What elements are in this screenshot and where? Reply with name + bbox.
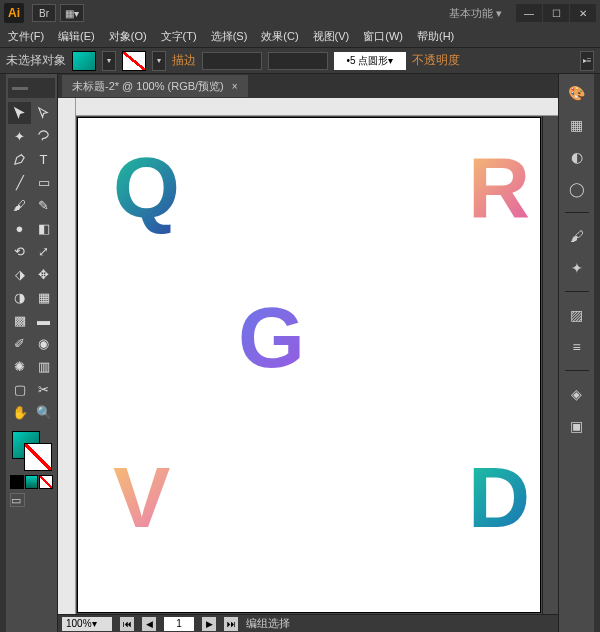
menu-edit[interactable]: 编辑(E) <box>58 29 95 44</box>
swatches-panel-icon[interactable]: ▦ <box>566 114 588 136</box>
fill-stroke-control[interactable] <box>8 429 55 473</box>
selection-tool[interactable] <box>8 102 31 124</box>
eraser-tool[interactable]: ◧ <box>32 217 55 239</box>
selection-label: 未选择对象 <box>6 52 66 69</box>
align-panel-icon[interactable]: ≡ <box>566 336 588 358</box>
blob-brush-tool[interactable]: ● <box>8 217 31 239</box>
zoom-tool[interactable]: 🔍 <box>32 401 55 423</box>
brush-definition[interactable]: • 5 点圆形 ▾ <box>334 52 406 70</box>
stroke-weight[interactable] <box>202 52 262 70</box>
maximize-button[interactable]: ☐ <box>543 4 569 22</box>
symbols-panel-icon[interactable]: ✦ <box>566 257 588 279</box>
titlebar: Ai Br ▦▾ 基本功能 ▾ — ☐ ✕ <box>0 0 600 26</box>
eyedropper-tool[interactable]: ✐ <box>8 332 31 354</box>
menu-window[interactable]: 窗口(W) <box>363 29 403 44</box>
slice-tool[interactable]: ✂ <box>32 378 55 400</box>
document-tab[interactable]: 未标题-2* @ 100% (RGB/预览)× <box>62 75 248 97</box>
toolbox-grip[interactable] <box>8 78 55 98</box>
width-tool[interactable]: ⬗ <box>8 263 31 285</box>
symbol-sprayer-tool[interactable]: ✺ <box>8 355 31 377</box>
fill-dropdown[interactable]: ▾ <box>102 51 116 71</box>
artboard[interactable]: Q R G V D <box>78 118 540 612</box>
prev-page[interactable]: ◀ <box>142 617 156 631</box>
rectangle-tool[interactable]: ▭ <box>32 171 55 193</box>
pencil-tool[interactable]: ✎ <box>32 194 55 216</box>
vertical-ruler[interactable] <box>58 98 76 614</box>
app-logo: Ai <box>4 3 24 23</box>
next-page[interactable]: ▶ <box>202 617 216 631</box>
horizontal-ruler[interactable] <box>76 98 558 116</box>
none-mode[interactable] <box>39 475 53 489</box>
selection-mode: 编组选择 <box>246 616 290 631</box>
menu-file[interactable]: 文件(F) <box>8 29 44 44</box>
stroke-panel-icon[interactable]: ◯ <box>566 178 588 200</box>
menu-object[interactable]: 对象(O) <box>109 29 147 44</box>
page-number[interactable]: 1 <box>164 617 194 631</box>
right-wing[interactable] <box>594 74 600 632</box>
menu-effect[interactable]: 效果(C) <box>261 29 298 44</box>
magic-wand-tool[interactable]: ✦ <box>8 125 31 147</box>
artboard-tool[interactable]: ▢ <box>8 378 31 400</box>
shape-builder-tool[interactable]: ◑ <box>8 286 31 308</box>
close-button[interactable]: ✕ <box>570 4 596 22</box>
letter-q[interactable]: Q <box>113 138 180 237</box>
workspace-switcher[interactable]: 基本功能 ▾ <box>449 6 502 21</box>
right-panels: 🎨 ▦ ◐ ◯ 🖌 ✦ ▨ ≡ ◈ ▣ <box>558 74 594 632</box>
type-tool[interactable]: T <box>32 148 55 170</box>
fill-swatch[interactable] <box>72 51 96 71</box>
zoom-level[interactable]: 100% ▾ <box>62 617 112 631</box>
last-page[interactable]: ⏭ <box>224 617 238 631</box>
paintbrush-tool[interactable]: 🖌 <box>8 194 31 216</box>
transparency-panel-icon[interactable]: ▨ <box>566 304 588 326</box>
opacity-label[interactable]: 不透明度 <box>412 52 460 69</box>
letter-g[interactable]: G <box>238 288 305 387</box>
stroke-label[interactable]: 描边 <box>172 52 196 69</box>
menu-type[interactable]: 文字(T) <box>161 29 197 44</box>
minimize-button[interactable]: — <box>516 4 542 22</box>
rotate-tool[interactable]: ⟲ <box>8 240 31 262</box>
bridge-button[interactable]: Br <box>32 4 56 22</box>
stroke-profile[interactable] <box>268 52 328 70</box>
perspective-tool[interactable]: ▦ <box>32 286 55 308</box>
hand-tool[interactable]: ✋ <box>8 401 31 423</box>
status-bar: 100% ▾ ⏮ ◀ 1 ▶ ⏭ 编组选择 <box>58 614 558 632</box>
menu-help[interactable]: 帮助(H) <box>417 29 454 44</box>
first-page[interactable]: ⏮ <box>120 617 134 631</box>
blend-tool[interactable]: ◉ <box>32 332 55 354</box>
letter-v[interactable]: V <box>113 448 170 547</box>
menubar: 文件(F) 编辑(E) 对象(O) 文字(T) 选择(S) 效果(C) 视图(V… <box>0 26 600 48</box>
scale-tool[interactable]: ⤢ <box>32 240 55 262</box>
menu-view[interactable]: 视图(V) <box>313 29 350 44</box>
letter-d[interactable]: D <box>468 448 530 547</box>
brushes-panel-icon[interactable]: 🖌 <box>566 225 588 247</box>
stroke-box[interactable] <box>24 443 52 471</box>
control-menu[interactable]: ▸≡ <box>580 51 594 71</box>
document-tabs: 未标题-2* @ 100% (RGB/预览)× <box>58 74 558 98</box>
letter-r[interactable]: R <box>468 138 530 237</box>
gradient-tool[interactable]: ▬ <box>32 309 55 331</box>
direct-selection-tool[interactable] <box>32 102 55 124</box>
graph-tool[interactable]: ▥ <box>32 355 55 377</box>
gradient-panel-icon[interactable]: ◐ <box>566 146 588 168</box>
lasso-tool[interactable] <box>32 125 55 147</box>
free-transform-tool[interactable]: ✥ <box>32 263 55 285</box>
stroke-swatch[interactable] <box>122 51 146 71</box>
layers-panel-icon[interactable]: ◈ <box>566 383 588 405</box>
artboards-panel-icon[interactable]: ▣ <box>566 415 588 437</box>
stroke-dropdown[interactable]: ▾ <box>152 51 166 71</box>
screen-mode[interactable]: ▭ <box>10 493 25 507</box>
toolbox: ✦ T ╱ ▭ 🖌 ✎ ● ◧ ⟲ ⤢ ⬗ ✥ ◑ ▦ ▩ ▬ ✐ ◉ ✺ ▥ … <box>6 74 58 632</box>
line-tool[interactable]: ╱ <box>8 171 31 193</box>
color-panel-icon[interactable]: 🎨 <box>566 82 588 104</box>
mesh-tool[interactable]: ▩ <box>8 309 31 331</box>
close-tab-icon[interactable]: × <box>232 81 238 92</box>
vertical-scrollbar[interactable] <box>542 116 558 614</box>
arrange-button[interactable]: ▦▾ <box>60 4 84 22</box>
menu-select[interactable]: 选择(S) <box>211 29 248 44</box>
control-bar: 未选择对象 ▾ ▾ 描边 • 5 点圆形 ▾ 不透明度 ▸≡ <box>0 48 600 74</box>
pen-tool[interactable] <box>8 148 31 170</box>
gradient-mode[interactable] <box>25 475 39 489</box>
color-mode[interactable] <box>10 475 24 489</box>
